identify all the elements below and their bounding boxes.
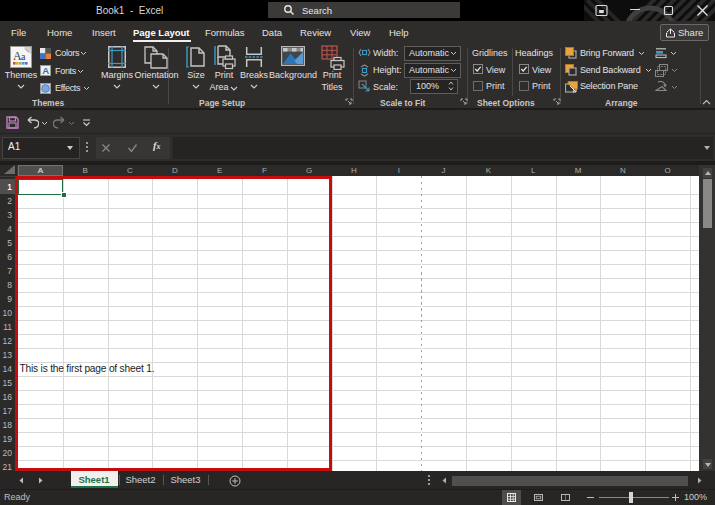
svg-text:a: a bbox=[21, 51, 26, 62]
svg-text:A: A bbox=[42, 65, 49, 76]
